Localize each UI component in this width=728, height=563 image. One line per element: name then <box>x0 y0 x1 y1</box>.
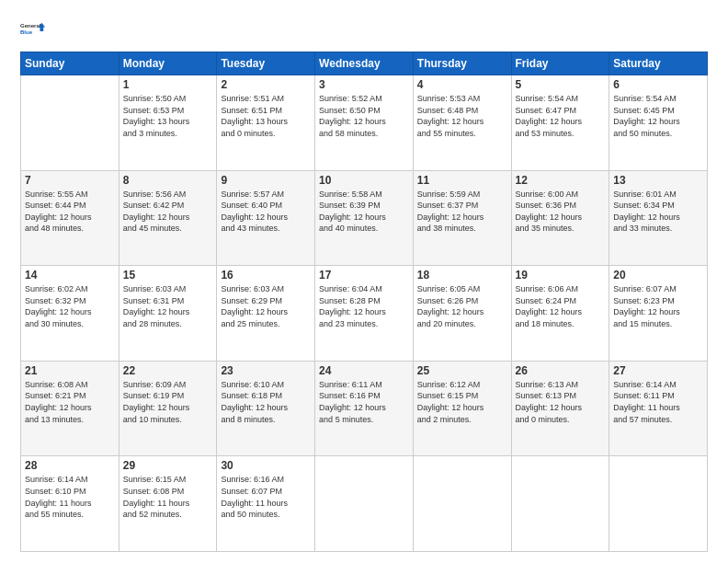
weekday-header-saturday: Saturday <box>609 52 708 75</box>
weekday-header-row: SundayMondayTuesdayWednesdayThursdayFrid… <box>21 52 708 75</box>
svg-text:Blue: Blue <box>20 29 33 35</box>
week-row-1: 1Sunrise: 5:50 AM Sunset: 6:53 PM Daylig… <box>21 75 708 171</box>
calendar-cell: 7Sunrise: 5:55 AM Sunset: 6:44 PM Daylig… <box>21 170 119 266</box>
day-detail: Sunrise: 5:59 AM Sunset: 6:37 PM Dayligh… <box>417 189 507 235</box>
day-detail: Sunrise: 6:05 AM Sunset: 6:26 PM Dayligh… <box>417 283 507 329</box>
day-number: 16 <box>221 269 311 282</box>
day-detail: Sunrise: 6:03 AM Sunset: 6:29 PM Dayligh… <box>221 283 311 329</box>
day-number: 30 <box>221 459 311 472</box>
calendar-cell: 25Sunrise: 6:12 AM Sunset: 6:15 PM Dayli… <box>413 361 511 456</box>
day-detail: Sunrise: 6:08 AM Sunset: 6:21 PM Dayligh… <box>25 379 115 425</box>
day-detail: Sunrise: 6:03 AM Sunset: 6:31 PM Dayligh… <box>123 283 213 329</box>
calendar-cell: 3Sunrise: 5:52 AM Sunset: 6:50 PM Daylig… <box>315 75 414 171</box>
calendar-cell <box>21 75 119 171</box>
week-row-4: 21Sunrise: 6:08 AM Sunset: 6:21 PM Dayli… <box>21 361 708 456</box>
calendar-cell: 15Sunrise: 6:03 AM Sunset: 6:31 PM Dayli… <box>119 266 217 362</box>
day-number: 27 <box>613 364 703 377</box>
day-detail: Sunrise: 5:51 AM Sunset: 6:51 PM Dayligh… <box>221 93 311 139</box>
day-number: 7 <box>25 174 115 187</box>
calendar-cell: 22Sunrise: 6:09 AM Sunset: 6:19 PM Dayli… <box>119 361 217 456</box>
calendar-cell: 2Sunrise: 5:51 AM Sunset: 6:51 PM Daylig… <box>217 75 315 171</box>
weekday-header-monday: Monday <box>119 52 217 75</box>
header: GeneralBlue <box>20 17 708 42</box>
day-number: 26 <box>516 364 606 377</box>
day-detail: Sunrise: 6:04 AM Sunset: 6:28 PM Dayligh… <box>319 283 409 329</box>
calendar-cell: 5Sunrise: 5:54 AM Sunset: 6:47 PM Daylig… <box>511 75 609 171</box>
day-number: 28 <box>25 459 115 472</box>
day-number: 11 <box>417 174 507 187</box>
svg-text:General: General <box>20 23 41 29</box>
calendar-cell: 8Sunrise: 5:56 AM Sunset: 6:42 PM Daylig… <box>119 170 217 266</box>
page: GeneralBlue SundayMondayTuesdayWednesday… <box>0 0 728 563</box>
day-detail: Sunrise: 6:12 AM Sunset: 6:15 PM Dayligh… <box>417 379 507 425</box>
day-number: 3 <box>319 78 409 91</box>
day-number: 2 <box>221 78 311 91</box>
day-detail: Sunrise: 6:07 AM Sunset: 6:23 PM Dayligh… <box>613 283 703 329</box>
week-row-2: 7Sunrise: 5:55 AM Sunset: 6:44 PM Daylig… <box>21 170 708 266</box>
day-number: 23 <box>221 364 311 377</box>
day-number: 6 <box>613 78 703 91</box>
calendar-cell <box>315 456 414 552</box>
day-detail: Sunrise: 6:14 AM Sunset: 6:10 PM Dayligh… <box>25 474 115 520</box>
calendar-cell: 21Sunrise: 6:08 AM Sunset: 6:21 PM Dayli… <box>21 361 119 456</box>
calendar-cell: 16Sunrise: 6:03 AM Sunset: 6:29 PM Dayli… <box>217 266 315 362</box>
day-number: 24 <box>319 364 409 377</box>
day-number: 14 <box>25 269 115 282</box>
day-detail: Sunrise: 5:52 AM Sunset: 6:50 PM Dayligh… <box>319 93 409 139</box>
day-detail: Sunrise: 6:13 AM Sunset: 6:13 PM Dayligh… <box>516 379 606 425</box>
calendar-cell: 11Sunrise: 5:59 AM Sunset: 6:37 PM Dayli… <box>413 170 511 266</box>
weekday-header-wednesday: Wednesday <box>315 52 414 75</box>
day-detail: Sunrise: 5:57 AM Sunset: 6:40 PM Dayligh… <box>221 189 311 235</box>
weekday-header-tuesday: Tuesday <box>217 52 315 75</box>
calendar-cell: 12Sunrise: 6:00 AM Sunset: 6:36 PM Dayli… <box>511 170 609 266</box>
day-number: 13 <box>613 174 703 187</box>
day-detail: Sunrise: 5:50 AM Sunset: 6:53 PM Dayligh… <box>123 93 213 139</box>
day-number: 12 <box>516 174 606 187</box>
day-detail: Sunrise: 5:54 AM Sunset: 6:47 PM Dayligh… <box>516 93 606 139</box>
calendar-cell <box>609 456 708 552</box>
day-detail: Sunrise: 6:16 AM Sunset: 6:07 PM Dayligh… <box>221 474 311 520</box>
calendar-cell <box>511 456 609 552</box>
weekday-header-sunday: Sunday <box>21 52 119 75</box>
calendar-cell: 10Sunrise: 5:58 AM Sunset: 6:39 PM Dayli… <box>315 170 414 266</box>
day-detail: Sunrise: 6:00 AM Sunset: 6:36 PM Dayligh… <box>516 189 606 235</box>
day-number: 5 <box>516 78 606 91</box>
calendar-cell: 24Sunrise: 6:11 AM Sunset: 6:16 PM Dayli… <box>315 361 414 456</box>
day-detail: Sunrise: 6:10 AM Sunset: 6:18 PM Dayligh… <box>221 379 311 425</box>
day-number: 9 <box>221 174 311 187</box>
day-detail: Sunrise: 6:14 AM Sunset: 6:11 PM Dayligh… <box>613 379 703 425</box>
day-detail: Sunrise: 5:53 AM Sunset: 6:48 PM Dayligh… <box>417 93 507 139</box>
day-number: 4 <box>417 78 507 91</box>
day-detail: Sunrise: 6:06 AM Sunset: 6:24 PM Dayligh… <box>516 283 606 329</box>
day-number: 10 <box>319 174 409 187</box>
day-detail: Sunrise: 6:09 AM Sunset: 6:19 PM Dayligh… <box>123 379 213 425</box>
calendar-cell: 29Sunrise: 6:15 AM Sunset: 6:08 PM Dayli… <box>119 456 217 552</box>
day-number: 8 <box>123 174 213 187</box>
day-number: 18 <box>417 269 507 282</box>
day-detail: Sunrise: 6:11 AM Sunset: 6:16 PM Dayligh… <box>319 379 409 425</box>
day-number: 25 <box>417 364 507 377</box>
calendar-cell: 20Sunrise: 6:07 AM Sunset: 6:23 PM Dayli… <box>609 266 708 362</box>
calendar-cell: 4Sunrise: 5:53 AM Sunset: 6:48 PM Daylig… <box>413 75 511 171</box>
day-detail: Sunrise: 6:01 AM Sunset: 6:34 PM Dayligh… <box>613 189 703 235</box>
day-number: 29 <box>123 459 213 472</box>
calendar-cell: 30Sunrise: 6:16 AM Sunset: 6:07 PM Dayli… <box>217 456 315 552</box>
calendar-cell: 1Sunrise: 5:50 AM Sunset: 6:53 PM Daylig… <box>119 75 217 171</box>
week-row-5: 28Sunrise: 6:14 AM Sunset: 6:10 PM Dayli… <box>21 456 708 552</box>
day-number: 15 <box>123 269 213 282</box>
day-detail: Sunrise: 6:02 AM Sunset: 6:32 PM Dayligh… <box>25 283 115 329</box>
day-number: 19 <box>516 269 606 282</box>
calendar-cell: 9Sunrise: 5:57 AM Sunset: 6:40 PM Daylig… <box>217 170 315 266</box>
logo: GeneralBlue <box>20 17 46 42</box>
day-detail: Sunrise: 6:15 AM Sunset: 6:08 PM Dayligh… <box>123 474 213 520</box>
day-number: 21 <box>25 364 115 377</box>
day-number: 22 <box>123 364 213 377</box>
calendar-cell: 13Sunrise: 6:01 AM Sunset: 6:34 PM Dayli… <box>609 170 708 266</box>
day-number: 17 <box>319 269 409 282</box>
calendar-cell <box>413 456 511 552</box>
weekday-header-friday: Friday <box>511 52 609 75</box>
logo-icon: GeneralBlue <box>20 17 46 42</box>
day-detail: Sunrise: 5:54 AM Sunset: 6:45 PM Dayligh… <box>613 93 703 139</box>
calendar-cell: 18Sunrise: 6:05 AM Sunset: 6:26 PM Dayli… <box>413 266 511 362</box>
calendar-cell: 27Sunrise: 6:14 AM Sunset: 6:11 PM Dayli… <box>609 361 708 456</box>
